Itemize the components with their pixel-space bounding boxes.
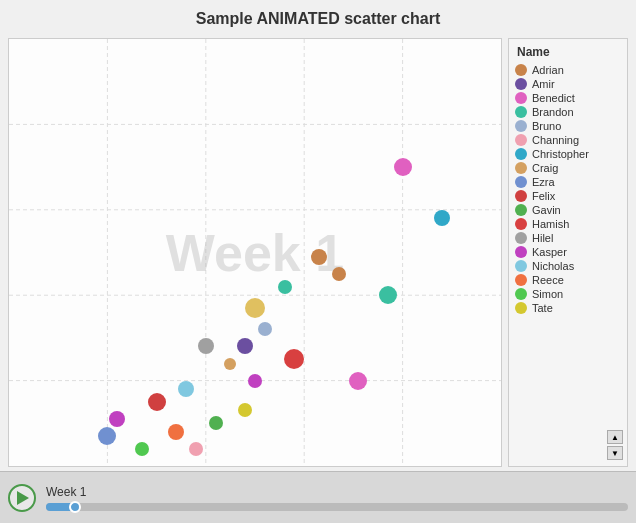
legend-item-label: Reece — [532, 274, 564, 286]
legend-item-label: Amir — [532, 78, 555, 90]
legend-item-label: Benedict — [532, 92, 575, 104]
legend-item-label: Felix — [532, 190, 555, 202]
legend-scroll-buttons: ▲ ▼ — [509, 428, 627, 462]
scatter-dot — [332, 267, 346, 281]
scatter-dot — [189, 442, 203, 456]
legend-item-label: Christopher — [532, 148, 589, 160]
legend-item: Reece — [513, 273, 623, 287]
legend-item: Kasper — [513, 245, 623, 259]
play-button[interactable] — [8, 484, 36, 512]
legend-item-label: Tate — [532, 302, 553, 314]
legend-color-dot — [515, 64, 527, 76]
legend-color-dot — [515, 78, 527, 90]
slider-thumb[interactable] — [69, 501, 81, 513]
legend-item: Tate — [513, 301, 623, 315]
legend-color-dot — [515, 176, 527, 188]
scatter-dot — [394, 158, 412, 176]
legend-item-label: Bruno — [532, 120, 561, 132]
scatter-dot — [224, 358, 236, 370]
legend-item: Ezra — [513, 175, 623, 189]
legend-scroll[interactable]: AdrianAmirBenedictBrandonBrunoChanningCh… — [509, 63, 627, 428]
scatter-dot — [245, 298, 265, 318]
legend-item: Amir — [513, 77, 623, 91]
legend-color-dot — [515, 204, 527, 216]
legend-color-dot — [515, 288, 527, 300]
legend-color-dot — [515, 232, 527, 244]
legend-color-dot — [515, 162, 527, 174]
scatter-dot — [168, 424, 184, 440]
grid-lines — [9, 39, 501, 466]
legend-item: Channing — [513, 133, 623, 147]
scatter-dot — [135, 442, 149, 456]
scatter-dot — [198, 338, 214, 354]
legend-item: Hamish — [513, 217, 623, 231]
legend-color-dot — [515, 218, 527, 230]
legend-color-dot — [515, 274, 527, 286]
legend-item: Simon — [513, 287, 623, 301]
legend-item: Craig — [513, 161, 623, 175]
legend-item: Brandon — [513, 105, 623, 119]
scatter-dot — [109, 411, 125, 427]
legend-item-label: Hamish — [532, 218, 569, 230]
scatter-dot — [278, 280, 292, 294]
chart-area: Week 1 Name AdrianAmirBenedictBrandonBru… — [0, 34, 636, 471]
scatter-dot — [178, 381, 194, 397]
legend-item-label: Kasper — [532, 246, 567, 258]
legend-item: Felix — [513, 189, 623, 203]
main-container: Sample ANIMATED scatter chart Week 1 Nam… — [0, 0, 636, 523]
legend-item-label: Craig — [532, 162, 558, 174]
scatter-dot — [148, 393, 166, 411]
bottom-bar: Week 1 — [0, 471, 636, 523]
scatter-dot — [248, 374, 262, 388]
legend-color-dot — [515, 106, 527, 118]
legend-item-label: Hilel — [532, 232, 553, 244]
legend-item-label: Ezra — [532, 176, 555, 188]
legend-item: Bruno — [513, 119, 623, 133]
legend-item: Nicholas — [513, 259, 623, 273]
scatter-dot — [379, 286, 397, 304]
play-icon — [17, 491, 29, 505]
legend-item-label: Nicholas — [532, 260, 574, 272]
title-text: Sample ANIMATED scatter chart — [196, 10, 441, 27]
legend-title: Name — [509, 43, 627, 63]
legend-item: Adrian — [513, 63, 623, 77]
scatter-dot — [434, 210, 450, 226]
legend-color-dot — [515, 190, 527, 202]
scatter-dot — [237, 338, 253, 354]
scatter-dot — [98, 427, 116, 445]
legend-item-label: Gavin — [532, 204, 561, 216]
legend-item-label: Adrian — [532, 64, 564, 76]
legend-item-label: Simon — [532, 288, 563, 300]
scatter-dot — [238, 403, 252, 417]
scatter-dot — [284, 349, 304, 369]
legend-color-dot — [515, 92, 527, 104]
legend-item: Benedict — [513, 91, 623, 105]
legend-item: Hilel — [513, 231, 623, 245]
legend-panel: Name AdrianAmirBenedictBrandonBrunoChann… — [508, 38, 628, 467]
slider-area: Week 1 — [46, 485, 628, 511]
week-label: Week 1 — [46, 485, 628, 499]
legend-color-dot — [515, 302, 527, 314]
scatter-dot — [349, 372, 367, 390]
scatter-dot — [209, 416, 223, 430]
legend-item-label: Brandon — [532, 106, 574, 118]
legend-color-dot — [515, 134, 527, 146]
scroll-down-button[interactable]: ▼ — [607, 446, 623, 460]
timeline-slider[interactable] — [46, 503, 628, 511]
legend-color-dot — [515, 246, 527, 258]
scatter-dot — [258, 322, 272, 336]
legend-item: Gavin — [513, 203, 623, 217]
legend-color-dot — [515, 120, 527, 132]
scroll-up-button[interactable]: ▲ — [607, 430, 623, 444]
scatter-plot: Week 1 — [8, 38, 502, 467]
legend-item: Christopher — [513, 147, 623, 161]
legend-color-dot — [515, 260, 527, 272]
legend-item-label: Channing — [532, 134, 579, 146]
legend-color-dot — [515, 148, 527, 160]
chart-title: Sample ANIMATED scatter chart — [0, 0, 636, 34]
scatter-dot — [311, 249, 327, 265]
